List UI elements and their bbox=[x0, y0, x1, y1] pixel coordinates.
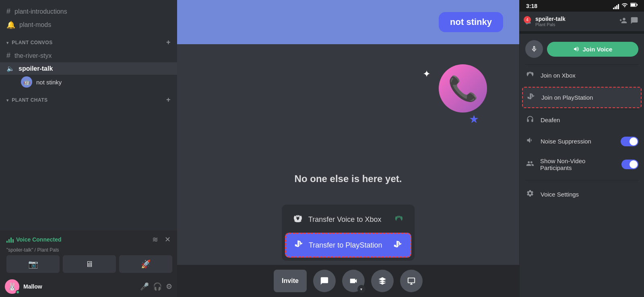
headphones-menu-icon bbox=[525, 115, 535, 125]
mobile-join-playstation[interactable]: Join on PlayStation bbox=[522, 87, 642, 108]
mobile-time: 3:18 bbox=[526, 3, 537, 9]
mobile-channel-header: 4 🔈 spoiler-talk Plant Pals bbox=[520, 12, 644, 31]
channel-the-river-styx[interactable]: # the-river-styx bbox=[0, 49, 177, 62]
notification-badge: 4 bbox=[524, 16, 531, 23]
signal-icon bbox=[613, 2, 619, 9]
show-non-video-toggle[interactable] bbox=[621, 160, 638, 169]
section-label: PLANT CONVOS bbox=[12, 40, 52, 45]
wifi-icon bbox=[621, 2, 628, 9]
speaker-icon: 🔈 bbox=[6, 65, 14, 72]
add-channel-button-chats[interactable]: + bbox=[166, 96, 171, 104]
section-label: PLANT CHATS bbox=[12, 97, 47, 103]
noise-suppression-icon bbox=[525, 136, 535, 146]
channel-name: plant-mods bbox=[19, 21, 51, 29]
xbox-menu-icon bbox=[525, 70, 535, 80]
bell-icon: 🔔 bbox=[6, 20, 15, 29]
channel-name: the-river-styx bbox=[14, 52, 52, 59]
hash-icon: # bbox=[6, 51, 10, 60]
voice-top-banner: not stinky bbox=[177, 0, 519, 44]
username: Mallow bbox=[23, 283, 136, 290]
voice-user-display: 📞 bbox=[439, 64, 487, 113]
mobile-voice-controls: Join Voice bbox=[520, 34, 644, 64]
channel-name: plant-introductions bbox=[14, 8, 67, 15]
transfer-xbox-button[interactable]: Transfer Voice to Xbox bbox=[285, 208, 411, 231]
user-voice-name: not stinky bbox=[36, 79, 62, 86]
camera-toolbar-button[interactable]: ▾ bbox=[342, 270, 365, 292]
playstation-logo-icon bbox=[393, 240, 402, 251]
show-non-video-label: Show Non-Video Participants bbox=[540, 158, 616, 171]
screen-share-button[interactable]: 🖥 bbox=[63, 255, 116, 273]
channel-plant-mods[interactable]: 🔔 plant-mods bbox=[0, 18, 177, 32]
deafen-label: Deafen bbox=[541, 117, 560, 123]
gear-menu-icon bbox=[525, 189, 535, 199]
screenshare-toolbar-button[interactable] bbox=[400, 270, 423, 292]
voice-status-row: Voice Connected ≋ ✕ bbox=[6, 234, 172, 246]
right-panel: 3:18 bbox=[519, 0, 644, 297]
activity-toolbar-button[interactable] bbox=[371, 270, 394, 292]
invite-button[interactable]: Invite bbox=[274, 270, 307, 292]
transfer-playstation-button[interactable]: Transfer to PlayStation bbox=[285, 233, 411, 258]
transfer-popup: Transfer Voice to Xbox Transfer to PlayS… bbox=[282, 205, 415, 261]
chevron-icon: ▾ bbox=[6, 41, 9, 45]
mobile-mic-button[interactable] bbox=[525, 40, 543, 58]
channel-plant-introductions[interactable]: # plant-introductions bbox=[0, 5, 177, 18]
mobile-deafen[interactable]: Deafen bbox=[520, 109, 644, 131]
mobile-voice-settings[interactable]: Voice Settings bbox=[520, 184, 644, 205]
disconnect-button[interactable]: ✕ bbox=[163, 234, 172, 246]
voice-settings-label: Voice Settings bbox=[541, 191, 579, 198]
user-area-icons: 🎤 🎧 ⚙ bbox=[140, 282, 172, 291]
hash-icon: # bbox=[6, 7, 10, 16]
chat-button[interactable] bbox=[313, 270, 336, 292]
voice-waves-button[interactable]: ≋ bbox=[151, 234, 160, 246]
participants-icon bbox=[525, 160, 535, 170]
headphones-icon[interactable]: 🎧 bbox=[153, 282, 162, 291]
playstation-icon bbox=[294, 240, 303, 251]
mobile-noise-suppression[interactable]: Noise Suppression bbox=[520, 131, 644, 152]
voice-action-buttons: 📷 🖥 🚀 bbox=[6, 255, 172, 273]
channel-list: # plant-introductions 🔔 plant-mods ▾ PLA… bbox=[0, 0, 177, 230]
voice-connected-label: Voice Connected bbox=[16, 236, 62, 243]
settings-icon[interactable]: ⚙ bbox=[166, 282, 172, 291]
voice-bars-icon bbox=[6, 236, 14, 243]
mobile-join-xbox[interactable]: Join on Xbox bbox=[520, 65, 644, 86]
join-voice-button[interactable]: Join Voice bbox=[547, 42, 638, 57]
not-stinky-message: not stinky bbox=[439, 12, 503, 32]
chat-icon[interactable] bbox=[630, 16, 638, 26]
channel-icon-wrapper: 4 🔈 bbox=[525, 18, 532, 25]
mobile-show-non-video[interactable]: Show Non-Video Participants bbox=[520, 152, 644, 177]
toggle-knob bbox=[630, 137, 638, 145]
mobile-status-bar: 3:18 bbox=[520, 0, 644, 12]
chevron-down-icon: ▾ bbox=[357, 285, 365, 293]
user-area: 🐰 Mallow 🎤 🎧 ⚙ bbox=[0, 276, 177, 297]
voice-stage: ✦ ★ 📞 No one else is here yet. Transfer … bbox=[177, 44, 519, 297]
toggle-knob-2 bbox=[630, 160, 638, 168]
invite-label: Invite bbox=[282, 277, 299, 285]
activity-button[interactable]: 🚀 bbox=[119, 255, 172, 273]
user-avatar: 🐰 bbox=[5, 279, 19, 294]
add-user-icon[interactable] bbox=[619, 16, 627, 26]
section-plant-chats: ▾ PLANT CHATS + bbox=[0, 89, 177, 107]
voice-user-avatar: 📞 bbox=[439, 64, 487, 113]
microphone-icon[interactable]: 🎤 bbox=[140, 282, 149, 291]
star-icon: ★ bbox=[469, 113, 479, 126]
add-channel-button[interactable]: + bbox=[166, 38, 171, 47]
playstation-menu-icon bbox=[526, 92, 536, 102]
noise-suppression-toggle[interactable] bbox=[621, 137, 638, 146]
chevron-icon: ▾ bbox=[6, 98, 9, 102]
xbox-icon bbox=[293, 213, 303, 225]
camera-button[interactable]: 📷 bbox=[6, 255, 60, 273]
online-status-dot bbox=[16, 290, 20, 294]
sparkle-icon: ✦ bbox=[423, 68, 431, 80]
svg-rect-2 bbox=[637, 4, 638, 6]
join-voice-label: Join Voice bbox=[583, 46, 613, 53]
voice-toolbar: Invite ▾ bbox=[177, 265, 519, 297]
user-voice-avatar: 🤖 bbox=[21, 76, 32, 88]
noise-suppression-label: Noise Suppression bbox=[541, 138, 591, 145]
channel-spoiler-talk[interactable]: 🔈 spoiler-talk bbox=[0, 62, 177, 75]
mobile-channel-info: spoiler-talk Plant Pals bbox=[535, 16, 616, 27]
join-xbox-label: Join on Xbox bbox=[541, 72, 576, 79]
svg-rect-1 bbox=[631, 4, 635, 6]
mobile-header-actions bbox=[619, 16, 638, 26]
voice-action-icons: ≋ ✕ bbox=[151, 234, 172, 246]
transfer-xbox-label: Transfer Voice to Xbox bbox=[308, 215, 381, 224]
